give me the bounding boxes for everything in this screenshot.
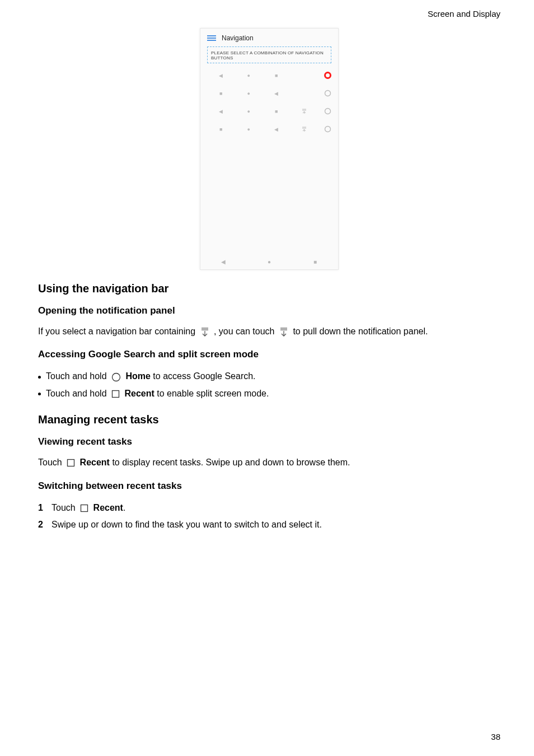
home-circle-icon: ● [246, 259, 292, 265]
svg-point-1 [325, 90, 331, 96]
text: Touch [38, 458, 64, 467]
numbered-list: 1 Touch Recent. 2 Swipe up or down to fi… [38, 500, 500, 534]
heading-open-panel: Opening the notification panel [38, 305, 500, 316]
recent-square-icon: ■ [263, 109, 291, 114]
text: to pull down the notification panel. [293, 326, 428, 336]
svg-point-0 [325, 72, 331, 78]
text-bold: Recent [124, 389, 154, 398]
hamburger-icon [207, 34, 216, 42]
page-content: Navigation PLEASE SELECT A COMBINATION O… [38, 28, 500, 540]
text-bold: Recent [93, 503, 123, 512]
radio-unselected-icon [318, 125, 331, 134]
nav-option-row: ■ ● ◀ [207, 85, 331, 102]
nav-option-row: ◀ ● ■ [207, 67, 331, 85]
list-item: Touch and hold Recent to enable split sc… [38, 385, 500, 402]
recent-square-icon [80, 504, 88, 512]
home-circle-icon: ● [235, 109, 263, 114]
list-item: Touch and hold Home to access Google Sea… [38, 368, 500, 385]
text: . [123, 503, 125, 512]
phone-screenshot: Navigation PLEASE SELECT A COMBINATION O… [200, 28, 339, 270]
recent-square-icon: ■ [292, 259, 338, 265]
page-number: 38 [491, 732, 500, 741]
home-circle-icon: ● [235, 91, 263, 96]
screenshot-title: Navigation [222, 34, 254, 42]
recent-square-icon: ■ [207, 127, 235, 132]
recent-square-icon [67, 459, 75, 467]
nav-option-row: ◀ ● ■ [207, 102, 331, 120]
svg-rect-17 [81, 505, 88, 511]
screenshot-header: Navigation [207, 34, 331, 42]
back-triangle-icon: ◀ [207, 109, 235, 114]
back-triangle-icon: ◀ [263, 127, 291, 132]
list-item: 1 Touch Recent. [38, 500, 500, 516]
svg-point-14 [112, 373, 120, 381]
pulldown-icon [291, 127, 318, 133]
back-triangle-icon: ◀ [263, 91, 291, 96]
section-header: Screen and Display [428, 9, 500, 18]
text: Touch [51, 503, 78, 512]
recent-square-icon: ■ [263, 73, 291, 78]
text: If you select a navigation bar containin… [38, 326, 198, 336]
svg-rect-16 [68, 460, 74, 466]
list-item: 2 Swipe up or down to find the task you … [38, 516, 500, 533]
pulldown-icon [279, 327, 288, 337]
heading-view-tasks: Viewing recent tasks [38, 436, 500, 447]
paragraph-view-tasks: Touch Recent to display recent tasks. Sw… [38, 455, 500, 470]
text: Touch and hold [46, 389, 109, 398]
svg-point-4 [325, 108, 331, 114]
text-bold: Recent [80, 458, 110, 467]
radio-unselected-icon [318, 108, 331, 116]
home-circle-icon: ● [235, 73, 263, 78]
svg-rect-15 [112, 391, 119, 398]
radio-unselected-icon [318, 90, 331, 98]
back-triangle-icon: ◀ [200, 259, 246, 265]
list-number: 2 [38, 516, 43, 533]
text: to access Google Search. [153, 371, 255, 381]
text: to enable split screen mode. [157, 389, 269, 398]
recent-square-icon [111, 390, 120, 398]
home-circle-icon: ● [235, 127, 263, 132]
heading-using-nav-bar: Using the navigation bar [38, 282, 500, 295]
recent-square-icon: ■ [207, 91, 235, 96]
text: to display recent tasks. Swipe up and do… [112, 458, 350, 467]
list-number: 1 [38, 500, 43, 516]
text: Swipe up or down to find the task you wa… [51, 520, 322, 529]
heading-switch-tasks: Switching between recent tasks [38, 480, 500, 492]
back-triangle-icon: ◀ [207, 73, 235, 78]
text: Touch and hold [46, 371, 109, 381]
text: , you can touch [214, 326, 277, 336]
svg-point-7 [325, 126, 331, 132]
screenshot-banner: PLEASE SELECT A COMBINATION OF NAVIGATIO… [207, 46, 331, 63]
home-circle-icon [111, 372, 121, 382]
heading-managing-tasks: Managing recent tasks [38, 413, 500, 426]
pulldown-icon [291, 109, 318, 115]
heading-google-split: Accessing Google Search and split screen… [38, 349, 500, 360]
text-bold: Home [125, 371, 150, 381]
screenshot-container: Navigation PLEASE SELECT A COMBINATION O… [38, 28, 500, 270]
radio-selected-icon [318, 72, 331, 80]
pulldown-icon [200, 327, 209, 337]
screenshot-footer-nav: ◀ ● ■ [200, 259, 338, 265]
paragraph-open-panel: If you select a navigation bar containin… [38, 324, 500, 339]
bullet-list: Touch and hold Home to access Google Sea… [38, 368, 500, 402]
nav-option-row: ■ ● ◀ [207, 120, 331, 138]
